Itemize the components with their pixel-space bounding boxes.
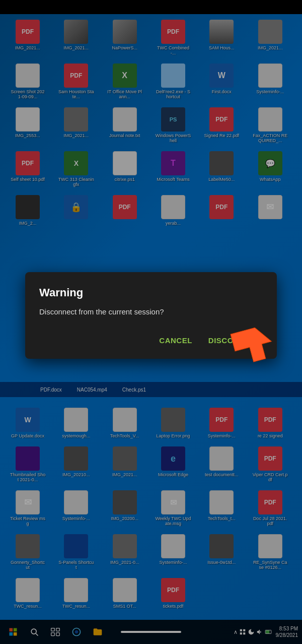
desktop: PDF IMG_2021... IMG_2021... NaPowerS... … xyxy=(0,0,302,644)
arrow-annotation xyxy=(229,327,274,364)
dialog-title: Warning xyxy=(39,286,263,299)
svg-marker-16 xyxy=(231,327,274,364)
cancel-button[interactable]: CANCEL xyxy=(157,332,194,349)
dialog-message: Disconnect from the current session? xyxy=(39,306,263,317)
